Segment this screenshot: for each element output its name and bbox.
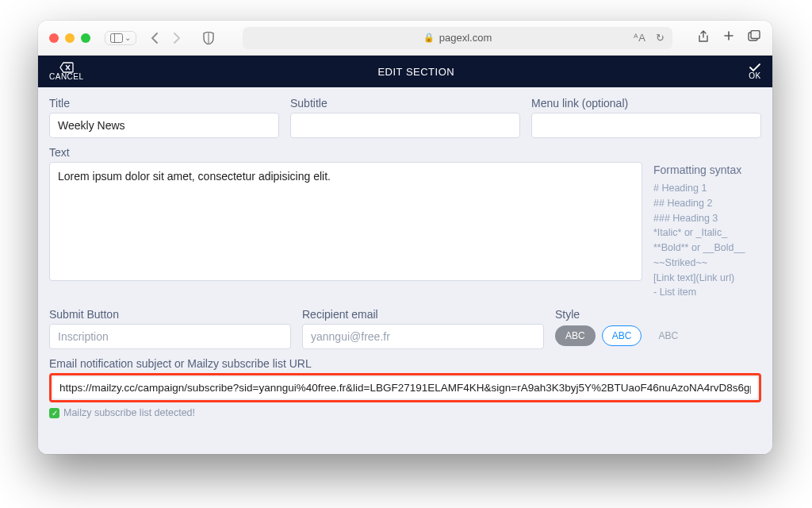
mailzy-detected-text: Mailzy subscribe list detected! xyxy=(63,407,195,418)
recipient-email-label: Recipient email xyxy=(302,308,544,321)
style-option-outline[interactable]: ABC xyxy=(602,325,642,346)
syntax-line: ### Heading 3 xyxy=(653,211,761,226)
sidebar-toggle-button[interactable]: ⌄ xyxy=(105,31,136,45)
recipient-email-input[interactable] xyxy=(302,324,544,349)
browser-titlebar: ⌄ 🔒 pagexl.com ᴬA ↻ xyxy=(38,21,772,56)
syntax-line: # Heading 1 xyxy=(653,181,761,196)
subtitle-input[interactable] xyxy=(290,113,520,138)
style-option-plain[interactable]: ABC xyxy=(648,325,688,346)
menulink-label: Menu link (optional) xyxy=(531,97,761,110)
edit-section-form: Title Subtitle Menu link (optional) Text… xyxy=(38,87,772,454)
share-icon[interactable] xyxy=(696,30,710,46)
cancel-label: CANCEL xyxy=(49,72,84,81)
style-label: Style xyxy=(555,308,761,321)
svg-rect-3 xyxy=(751,30,760,38)
svg-rect-0 xyxy=(111,33,123,42)
back-button[interactable] xyxy=(144,29,165,48)
address-bar[interactable]: 🔒 pagexl.com ᴬA ↻ xyxy=(243,27,672,49)
ok-label: OK xyxy=(749,71,760,80)
window-controls xyxy=(49,33,90,43)
mailzy-url-highlight xyxy=(49,373,761,402)
title-label: Title xyxy=(49,97,279,110)
ok-button[interactable]: OK xyxy=(749,63,761,80)
header-title: EDIT SECTION xyxy=(377,66,454,78)
close-window-icon[interactable] xyxy=(49,33,59,43)
mailzy-label: Email notification subject or Mailzy sub… xyxy=(49,357,761,370)
minimize-window-icon[interactable] xyxy=(65,33,75,43)
cancel-button[interactable]: CANCEL xyxy=(49,62,84,81)
nav-buttons xyxy=(144,29,187,48)
forward-button[interactable] xyxy=(167,29,187,48)
syntax-line: ## Heading 2 xyxy=(653,196,761,211)
mailzy-url-input[interactable] xyxy=(53,377,757,398)
lock-icon: 🔒 xyxy=(423,33,435,43)
menulink-input[interactable] xyxy=(531,113,761,138)
address-host: pagexl.com xyxy=(439,32,492,44)
syntax-line: - List item xyxy=(653,285,761,300)
style-option-dark[interactable]: ABC xyxy=(555,325,596,346)
browser-window: ⌄ 🔒 pagexl.com ᴬA ↻ xyxy=(38,21,772,454)
tabs-overview-icon[interactable] xyxy=(747,30,761,46)
new-tab-icon[interactable] xyxy=(722,30,736,46)
text-label: Text xyxy=(49,146,761,159)
syntax-line: ~~Striked~~ xyxy=(653,256,761,271)
chevron-down-icon: ⌄ xyxy=(124,33,131,42)
maximize-window-icon[interactable] xyxy=(81,33,90,43)
titlebar-right-icons xyxy=(696,30,761,46)
submit-button-input[interactable] xyxy=(49,324,291,349)
shield-privacy-icon[interactable] xyxy=(198,29,219,48)
check-icon: ✓ xyxy=(49,408,59,418)
text-textarea[interactable] xyxy=(49,162,642,281)
syntax-title: Formatting syntax xyxy=(653,164,761,176)
reader-mode-icon[interactable]: ᴬA xyxy=(634,32,645,44)
syntax-line: **Bold** or __Bold__ xyxy=(653,241,761,256)
submit-button-label: Submit Button xyxy=(49,308,291,321)
style-selector: ABC ABC ABC xyxy=(555,324,761,346)
app-header: CANCEL EDIT SECTION OK xyxy=(38,56,772,87)
subtitle-label: Subtitle xyxy=(290,97,520,110)
mailzy-detected-message: ✓ Mailzy subscribe list detected! xyxy=(49,407,761,418)
title-input[interactable] xyxy=(49,113,279,138)
reload-icon[interactable]: ↻ xyxy=(656,32,665,44)
syntax-line: [Link text](Link url) xyxy=(653,271,761,286)
syntax-line: *Italic* or _Italic_ xyxy=(653,225,761,241)
formatting-syntax-help: Formatting syntax # Heading 1 ## Heading… xyxy=(653,162,761,300)
